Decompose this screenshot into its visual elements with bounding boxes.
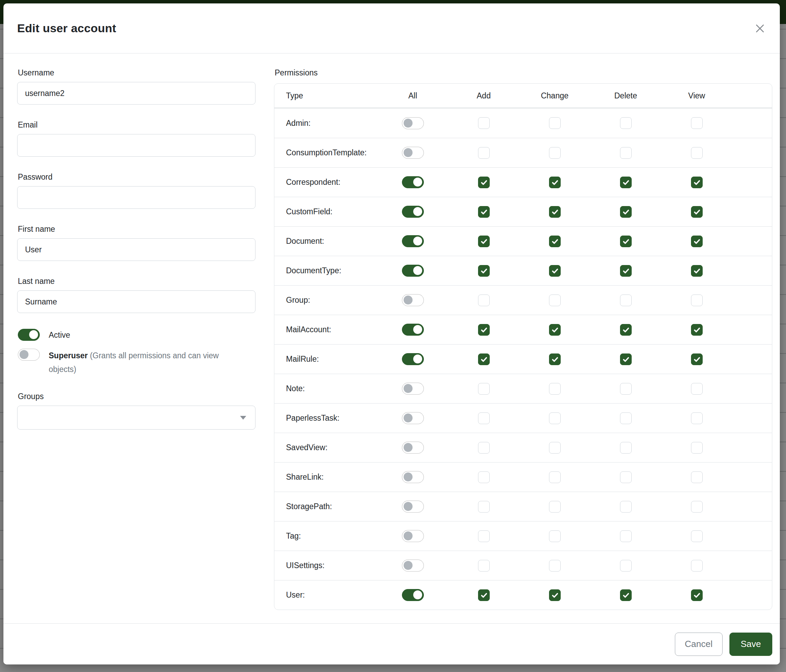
email-input[interactable] bbox=[17, 134, 255, 157]
permission-change-checkbox[interactable] bbox=[549, 265, 561, 277]
last-name-input[interactable] bbox=[17, 290, 255, 313]
permission-delete-checkbox[interactable] bbox=[620, 560, 632, 572]
first-name-input[interactable] bbox=[17, 238, 255, 261]
permission-view-checkbox[interactable] bbox=[691, 147, 703, 159]
permission-view-checkbox[interactable] bbox=[691, 117, 703, 129]
permission-change-checkbox[interactable] bbox=[549, 206, 561, 218]
permission-add-checkbox[interactable] bbox=[478, 471, 490, 483]
permission-change-checkbox[interactable] bbox=[549, 383, 561, 395]
permission-delete-checkbox[interactable] bbox=[620, 295, 632, 306]
permission-all-toggle[interactable] bbox=[402, 441, 424, 454]
permission-change-checkbox[interactable] bbox=[549, 147, 561, 159]
permission-delete-checkbox[interactable] bbox=[620, 117, 632, 129]
permission-view-checkbox[interactable] bbox=[691, 177, 703, 188]
permission-change-checkbox[interactable] bbox=[549, 560, 561, 572]
permission-view-checkbox[interactable] bbox=[691, 501, 703, 513]
permission-add-checkbox[interactable] bbox=[478, 324, 490, 336]
email-field-group: Email bbox=[17, 120, 255, 157]
permission-view-checkbox[interactable] bbox=[691, 265, 703, 277]
permission-view-checkbox[interactable] bbox=[691, 295, 703, 306]
permission-add-checkbox[interactable] bbox=[478, 177, 490, 188]
permission-row: UISettings: bbox=[274, 551, 772, 580]
permission-change-checkbox[interactable] bbox=[549, 295, 561, 306]
permission-change-checkbox[interactable] bbox=[549, 442, 561, 454]
permission-delete-checkbox[interactable] bbox=[620, 177, 632, 188]
permission-change-checkbox[interactable] bbox=[549, 236, 561, 247]
permission-delete-checkbox[interactable] bbox=[620, 353, 632, 365]
permission-view-checkbox[interactable] bbox=[691, 236, 703, 247]
permission-add-checkbox[interactable] bbox=[478, 147, 490, 159]
save-button[interactable]: Save bbox=[729, 633, 772, 656]
permission-delete-checkbox[interactable] bbox=[620, 147, 632, 159]
permission-add-checkbox[interactable] bbox=[478, 353, 490, 365]
permission-view-checkbox[interactable] bbox=[691, 383, 703, 395]
permission-all-toggle[interactable] bbox=[402, 147, 424, 159]
permission-add-checkbox[interactable] bbox=[478, 236, 490, 247]
superuser-toggle[interactable] bbox=[18, 349, 40, 361]
permission-change-checkbox[interactable] bbox=[549, 501, 561, 513]
cancel-button[interactable]: Cancel bbox=[675, 633, 723, 656]
permission-add-checkbox[interactable] bbox=[478, 206, 490, 218]
permission-all-toggle[interactable] bbox=[402, 353, 424, 365]
permission-all-toggle[interactable] bbox=[402, 117, 424, 129]
permission-delete-checkbox[interactable] bbox=[620, 236, 632, 247]
permission-change-checkbox[interactable] bbox=[549, 471, 561, 483]
permission-delete-checkbox[interactable] bbox=[620, 206, 632, 218]
active-toggle[interactable] bbox=[18, 329, 40, 341]
close-icon[interactable] bbox=[752, 21, 767, 36]
permission-all-toggle[interactable] bbox=[402, 383, 424, 395]
permission-view-checkbox[interactable] bbox=[691, 471, 703, 483]
permission-add-checkbox[interactable] bbox=[478, 501, 490, 513]
permission-all-toggle[interactable] bbox=[402, 530, 424, 542]
permission-delete-checkbox[interactable] bbox=[620, 471, 632, 483]
permission-delete-checkbox[interactable] bbox=[620, 442, 632, 454]
permission-delete-checkbox[interactable] bbox=[620, 383, 632, 395]
permission-change-checkbox[interactable] bbox=[549, 324, 561, 336]
permission-change-checkbox[interactable] bbox=[549, 413, 561, 424]
permission-delete-checkbox[interactable] bbox=[620, 265, 632, 277]
permission-row: ConsumptionTemplate: bbox=[274, 138, 772, 167]
permission-all-toggle[interactable] bbox=[402, 501, 424, 513]
permission-delete-checkbox[interactable] bbox=[620, 501, 632, 513]
permission-delete-checkbox[interactable] bbox=[620, 589, 632, 601]
permission-all-toggle[interactable] bbox=[402, 589, 424, 601]
permission-all-toggle[interactable] bbox=[402, 265, 424, 277]
permission-add-checkbox[interactable] bbox=[478, 413, 490, 424]
permission-all-toggle[interactable] bbox=[402, 206, 424, 218]
permission-delete-checkbox[interactable] bbox=[620, 413, 632, 424]
permission-add-checkbox[interactable] bbox=[478, 531, 490, 542]
permission-view-checkbox[interactable] bbox=[691, 206, 703, 218]
permission-all-toggle[interactable] bbox=[402, 235, 424, 247]
permission-all-toggle[interactable] bbox=[402, 559, 424, 572]
permission-change-checkbox[interactable] bbox=[549, 117, 561, 129]
permission-view-checkbox[interactable] bbox=[691, 413, 703, 424]
password-input[interactable] bbox=[17, 186, 255, 209]
groups-select[interactable] bbox=[17, 406, 255, 430]
permission-all-toggle[interactable] bbox=[402, 471, 424, 483]
permission-all-toggle[interactable] bbox=[402, 412, 424, 424]
permission-all-toggle[interactable] bbox=[402, 176, 424, 188]
permission-add-checkbox[interactable] bbox=[478, 117, 490, 129]
permission-view-checkbox[interactable] bbox=[691, 324, 703, 336]
permission-view-checkbox[interactable] bbox=[691, 589, 703, 601]
permission-add-checkbox[interactable] bbox=[478, 589, 490, 601]
permission-view-checkbox[interactable] bbox=[691, 442, 703, 454]
permission-change-checkbox[interactable] bbox=[549, 353, 561, 365]
username-input[interactable] bbox=[17, 82, 255, 105]
permission-delete-checkbox[interactable] bbox=[620, 324, 632, 336]
permission-add-checkbox[interactable] bbox=[478, 442, 490, 454]
permission-change-checkbox[interactable] bbox=[549, 177, 561, 188]
permission-change-checkbox[interactable] bbox=[549, 589, 561, 601]
permission-add-checkbox[interactable] bbox=[478, 265, 490, 277]
permission-add-checkbox[interactable] bbox=[478, 383, 490, 395]
permission-delete-checkbox[interactable] bbox=[620, 531, 632, 542]
permission-change-checkbox[interactable] bbox=[549, 531, 561, 542]
permission-all-toggle[interactable] bbox=[402, 323, 424, 336]
permission-view-checkbox[interactable] bbox=[691, 353, 703, 365]
permission-add-checkbox[interactable] bbox=[478, 560, 490, 572]
permission-all-toggle[interactable] bbox=[402, 294, 424, 306]
permission-row: SavedView: bbox=[274, 433, 772, 462]
permission-view-checkbox[interactable] bbox=[691, 531, 703, 542]
permission-view-checkbox[interactable] bbox=[691, 560, 703, 572]
permission-add-checkbox[interactable] bbox=[478, 295, 490, 306]
